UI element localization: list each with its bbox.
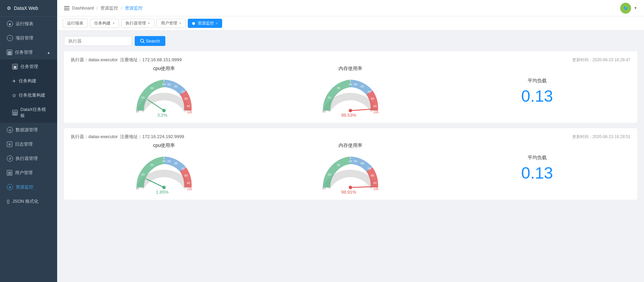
svg-text:60: 60 [361, 85, 364, 88]
log-icon: ≡ [7, 142, 12, 147]
svg-text:80: 80 [371, 174, 374, 177]
svg-text:90: 90 [187, 181, 190, 185]
sidebar-item-yonghu[interactable]: ⊞ 用户管理 [0, 166, 57, 180]
sidebar-item-json[interactable]: {} JSON 格式化 [0, 194, 57, 209]
svg-text:20: 20 [328, 173, 331, 176]
sidebar-item-label: 任务批量构建 [19, 92, 45, 98]
svg-line-27 [350, 109, 371, 111]
load-title-1: 平均负载 [528, 78, 547, 84]
svg-text:10: 10 [136, 186, 139, 190]
search-input[interactable] [64, 36, 132, 46]
menu-toggle-button[interactable] [64, 6, 69, 10]
svg-text:40: 40 [162, 83, 166, 86]
header-left: Dashboard / 资源监控 / 资源监控 [64, 5, 143, 11]
tab-zhixingqi[interactable]: 执行器管理 × [121, 19, 154, 28]
breadcrumb-dashboard[interactable]: Dashboard [72, 5, 94, 11]
cpu-title-2: cpu使用率 [153, 143, 175, 149]
chart-icon: ◈ [7, 21, 13, 27]
svg-text:🐦: 🐦 [623, 5, 629, 11]
tab-label: 资源监控 [198, 20, 214, 26]
cpu-title-1: cpu使用率 [153, 66, 175, 72]
breadcrumb-ziyuan2: 资源监控 [125, 5, 143, 11]
svg-text:30: 30 [150, 86, 154, 90]
svg-text:10: 10 [322, 110, 326, 113]
sidebar-item-label: 日志管理 [15, 141, 33, 147]
tab-close-ziyuan[interactable]: × [216, 21, 218, 25]
svg-text:98.53%: 98.53% [341, 113, 357, 117]
svg-text:60: 60 [174, 162, 178, 165]
tab-close-yonghu[interactable]: × [179, 21, 181, 25]
task-manage-icon: ▣ [12, 64, 18, 69]
monitor-header-1: 执行器：datax-executor 注册地址：172.16.68.151:99… [71, 57, 630, 63]
logo-icon: ⚙ [7, 5, 11, 11]
search-button-label: Search [146, 38, 160, 44]
tab-renwugj[interactable]: 任务构建 × [90, 19, 119, 28]
sidebar-item-label: 用户管理 [15, 170, 33, 176]
tab-label: 运行报表 [67, 20, 83, 26]
monitor-icon: ⊕ [7, 184, 13, 190]
mem-gauge-svg-2: 10 20 30 40 50 60 70 80 90 100 98.91% [316, 150, 384, 194]
sidebar-item-label: 任务构建 [19, 78, 36, 84]
search-button[interactable]: Search [135, 36, 165, 46]
sidebar-item-renwuplgj[interactable]: ⊙ 任务批量构建 [0, 88, 57, 102]
svg-text:70: 70 [367, 90, 371, 94]
load-section-2: 平均负载 0.13 [444, 155, 630, 182]
monitor-header-2: 执行器：datax-executor 注册地址：172.16.224.192:9… [71, 134, 630, 140]
executor-icon: ↺ [7, 155, 13, 162]
svg-text:98.91%: 98.91% [341, 189, 357, 194]
template-icon: ▤ [12, 110, 18, 115]
breadcrumb-sep-2: / [121, 5, 122, 11]
sidebar-item-label: 任务管理 [20, 64, 38, 70]
cpu-gauge-1: cpu使用率 10 20 [71, 66, 257, 117]
svg-text:50: 50 [354, 160, 357, 163]
sidebar-item-renwu[interactable]: ▦ 任务管理 ▲ [0, 45, 57, 60]
svg-text:10: 10 [136, 110, 139, 113]
svg-text:90: 90 [373, 181, 377, 185]
tab-yunxing[interactable]: 运行报表 [63, 19, 88, 28]
tab-ziyuan[interactable]: 资源监控 × [188, 19, 222, 28]
mem-gauge-1: 内存使用率 10 20 30 40 50 60 70 80 [257, 66, 444, 117]
sidebar-item-datax[interactable]: ▤ DataX任务模板 [0, 102, 57, 123]
logo-text: DataX Web [14, 5, 38, 11]
svg-text:1.85%: 1.85% [156, 189, 169, 194]
svg-text:50: 50 [167, 83, 171, 86]
svg-text:40: 40 [349, 83, 352, 86]
sidebar-item-label: 执行器管理 [16, 155, 38, 162]
svg-text:100: 100 [374, 187, 379, 191]
sidebar-item-renwugl[interactable]: ▣ 任务管理 [0, 60, 57, 74]
search-icon [140, 39, 145, 43]
monitor-row-2: cpu使用率 10 20 30 40 50 60 70 80 [71, 143, 630, 194]
svg-text:20: 20 [328, 96, 331, 99]
svg-text:60: 60 [174, 85, 178, 88]
sidebar-item-ziyuan[interactable]: ⊕ 资源监控 [0, 180, 57, 194]
sidebar-submenu-renwu: ▣ 任务管理 ✈ 任务构建 ⊙ 任务批量构建 ▤ DataX任务模板 [0, 60, 57, 123]
sidebar-item-label: 资源监控 [16, 184, 33, 190]
sidebar-item-xiangmu[interactable]: ○ 项目管理 [0, 31, 57, 45]
chevron-down-icon: ▼ [634, 6, 637, 10]
task-icon: ▦ [7, 50, 12, 55]
sidebar-item-renwugj[interactable]: ✈ 任务构建 [0, 74, 57, 88]
tab-close-zhixingqi[interactable]: × [148, 21, 150, 25]
svg-text:100: 100 [187, 111, 192, 114]
cpu-gauge-2: cpu使用率 10 20 30 40 50 60 70 80 [71, 143, 257, 194]
tab-yonghu[interactable]: 用户管理 × [156, 19, 186, 28]
svg-text:30: 30 [150, 163, 154, 167]
sidebar-item-yunxing[interactable]: ◈ 运行报表 [0, 17, 57, 31]
sidebar-item-shujuyuan[interactable]: ◎ 数据源管理 [0, 123, 57, 137]
tab-close-renwugj[interactable]: × [113, 21, 115, 25]
mem-gauge-2: 内存使用率 10 20 30 40 50 60 70 80 [257, 143, 444, 194]
sidebar-item-label: JSON 格式化 [12, 198, 38, 204]
svg-text:3.2%: 3.2% [157, 113, 167, 117]
svg-text:50: 50 [167, 160, 171, 163]
breadcrumb-ziyuan1[interactable]: 资源监控 [100, 5, 118, 11]
svg-text:50: 50 [354, 83, 357, 86]
sidebar-item-zhixingqi[interactable]: ↺ 执行器管理 [0, 151, 57, 166]
tab-label: 用户管理 [161, 20, 177, 26]
project-icon: ○ [7, 35, 13, 41]
svg-text:80: 80 [184, 174, 188, 177]
sidebar-item-rizhi[interactable]: ≡ 日志管理 [0, 137, 57, 151]
sidebar-item-label: 运行报表 [16, 21, 33, 27]
sidebar-item-label: 任务管理 [15, 49, 33, 55]
avatar[interactable]: 🐦 [620, 3, 631, 14]
svg-text:40: 40 [162, 160, 166, 163]
